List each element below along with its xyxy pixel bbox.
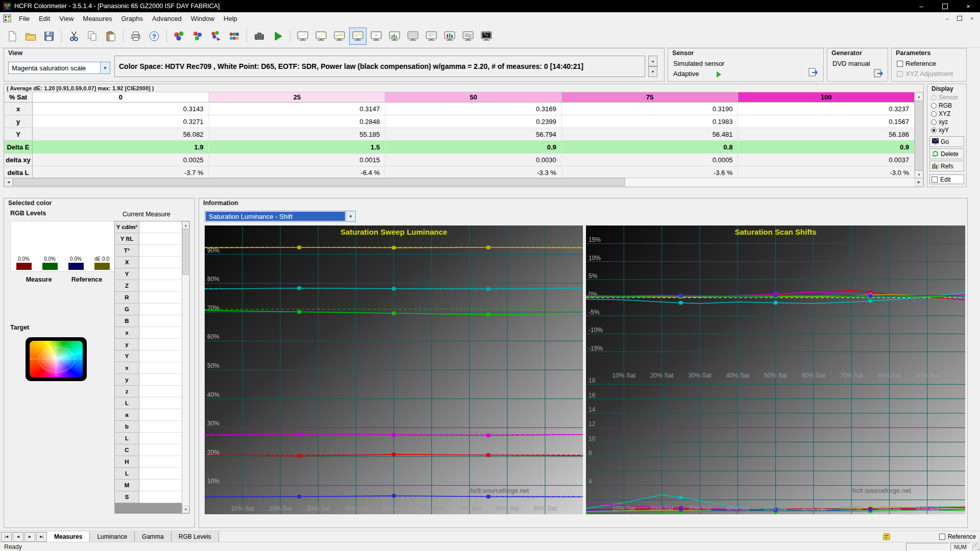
radio-rgb[interactable]: RGB: [931, 102, 952, 109]
table-cell[interactable]: 0.3271: [33, 115, 209, 128]
mdi-restore-button[interactable]: [953, 13, 966, 23]
continuous-measure-balls-icon[interactable]: [189, 28, 206, 45]
tab-luminance[interactable]: Luminance: [89, 532, 135, 542]
radio-icon[interactable]: [931, 111, 937, 117]
save-icon[interactable]: [40, 28, 58, 45]
reference-checkbox[interactable]: Reference: [897, 60, 936, 67]
menu-measures[interactable]: Measures: [78, 12, 116, 24]
scale-select[interactable]: Magenta saturation scale ▼: [8, 62, 110, 74]
refs-button[interactable]: Refs: [929, 161, 964, 171]
view-gamma-icon[interactable]: [312, 28, 330, 45]
table-cell[interactable]: 0.1567: [738, 115, 915, 128]
help-icon[interactable]: ?: [145, 28, 163, 45]
menu-graphs[interactable]: Graphs: [116, 12, 148, 24]
sensor-run-play-icon[interactable]: [717, 71, 721, 78]
view-histogram-icon[interactable]: [386, 28, 403, 45]
first-tab-icon[interactable]: |◀: [1, 532, 12, 542]
table-cell[interactable]: 0.0025: [33, 154, 209, 166]
radio-selected-icon[interactable]: [931, 128, 937, 133]
table-cell[interactable]: 56.794: [385, 128, 562, 141]
graph-type-select[interactable]: Saturation Luminance - Shift ▼: [205, 211, 356, 222]
menu-view[interactable]: View: [55, 12, 78, 24]
measure-spinner[interactable]: ▲ ▼: [648, 56, 657, 77]
radio-icon[interactable]: [931, 103, 937, 109]
checkbox-icon[interactable]: [939, 534, 945, 540]
table-cell[interactable]: 0.8: [562, 141, 739, 154]
scroll-right-icon[interactable]: ▶: [915, 178, 923, 186]
checkbox-icon[interactable]: [897, 61, 903, 67]
view-saturation-shift-icon[interactable]: [349, 28, 366, 45]
run-measures-play-icon[interactable]: [269, 28, 286, 45]
last-tab-icon[interactable]: ▶|: [36, 532, 47, 542]
checkbox-icon[interactable]: [932, 177, 938, 183]
scroll-left-icon[interactable]: ◀: [4, 178, 13, 186]
new-document-icon[interactable]: [4, 28, 21, 45]
menu-window[interactable]: Window: [186, 12, 219, 24]
next-tab-icon[interactable]: ▶: [24, 532, 35, 542]
table-horizontal-scrollbar[interactable]: ◀ ▶: [4, 178, 923, 187]
mdi-close-button[interactable]: ×: [966, 13, 978, 23]
menu-edit[interactable]: Edit: [34, 12, 55, 24]
view-report-icon[interactable]: [423, 28, 440, 45]
table-cell[interactable]: 56.481: [562, 128, 739, 141]
go-button[interactable]: Go: [929, 136, 964, 147]
column-header-100[interactable]: 100: [738, 92, 915, 103]
edit-checkbox[interactable]: Edit: [929, 174, 964, 184]
scrollbar-thumb[interactable]: [182, 229, 189, 275]
view-rgb-levels-icon[interactable]: [441, 28, 458, 45]
table-cell[interactable]: 1.9: [33, 141, 209, 154]
radio-xyz-lower[interactable]: xyz: [931, 118, 948, 126]
table-cell[interactable]: 0.3169: [385, 103, 562, 115]
sensor-config-icon[interactable]: [808, 67, 819, 78]
view-color-tracking-icon[interactable]: [459, 28, 477, 45]
scrollbar-thumb[interactable]: [915, 101, 923, 170]
free-measure-balls-icon[interactable]: [170, 28, 188, 45]
view-luminance-curves-icon[interactable]: [331, 28, 348, 45]
menu-file[interactable]: File: [14, 12, 34, 24]
paste-icon[interactable]: [102, 28, 119, 45]
menu-advanced[interactable]: Advanced: [148, 12, 186, 24]
tab-measures[interactable]: Measures: [46, 532, 90, 542]
radio-xyz-upper[interactable]: XYZ: [931, 110, 950, 117]
tip-icon[interactable]: [883, 533, 890, 540]
scrollbar-thumb[interactable]: [13, 178, 625, 186]
table-cell[interactable]: 0.0037: [738, 154, 915, 166]
table-cell[interactable]: 0.0030: [385, 154, 562, 166]
table-cell[interactable]: 0.9: [738, 141, 915, 154]
copy-icon[interactable]: [84, 28, 101, 45]
view-gray-icon[interactable]: [404, 28, 422, 45]
table-cell[interactable]: 0.3147: [209, 103, 386, 115]
reference-view-checkbox[interactable]: Reference: [939, 533, 976, 540]
minimize-button[interactable]: –: [910, 0, 933, 12]
scroll-down-icon[interactable]: ▼: [182, 506, 189, 513]
column-header-50[interactable]: 50: [385, 92, 562, 103]
menu-help[interactable]: Help: [219, 12, 242, 24]
color-grid-icon[interactable]: [226, 28, 243, 45]
spinner-up-icon[interactable]: ▲: [648, 56, 657, 66]
table-cell[interactable]: 0.1983: [562, 115, 739, 128]
table-cell[interactable]: 55.185: [209, 128, 386, 141]
scroll-up-icon[interactable]: ▲: [915, 92, 923, 101]
view-white-icon[interactable]: [368, 28, 385, 45]
generator-config-icon[interactable]: [873, 68, 885, 79]
spinner-down-icon[interactable]: ▼: [648, 66, 657, 77]
tab-gamma[interactable]: Gamma: [134, 532, 172, 542]
table-cell[interactable]: 0.3237: [738, 103, 915, 115]
view-grayscale-icon[interactable]: [294, 28, 311, 45]
column-header-75[interactable]: 75: [562, 92, 739, 103]
table-vertical-scrollbar[interactable]: ▲ ▼: [914, 92, 923, 179]
table-cell[interactable]: 0.0005: [562, 154, 739, 166]
prev-tab-icon[interactable]: ◀: [13, 532, 23, 542]
table-cell[interactable]: 0.2399: [385, 115, 562, 128]
table-cell[interactable]: 56.186: [738, 128, 915, 141]
scroll-up-icon[interactable]: ▲: [182, 221, 189, 229]
current-measure-scrollbar[interactable]: ▲ ▼: [182, 221, 189, 513]
open-folder-icon[interactable]: [22, 28, 39, 45]
print-icon[interactable]: [127, 28, 144, 45]
table-cell[interactable]: 0.3143: [33, 103, 209, 115]
table-cell[interactable]: 0.3190: [562, 103, 739, 115]
snapshot-camera-icon[interactable]: [251, 28, 268, 45]
delete-button[interactable]: Delete: [929, 148, 964, 159]
radio-xyY[interactable]: xyY: [931, 127, 949, 134]
table-cell[interactable]: 0.2848: [209, 115, 386, 128]
